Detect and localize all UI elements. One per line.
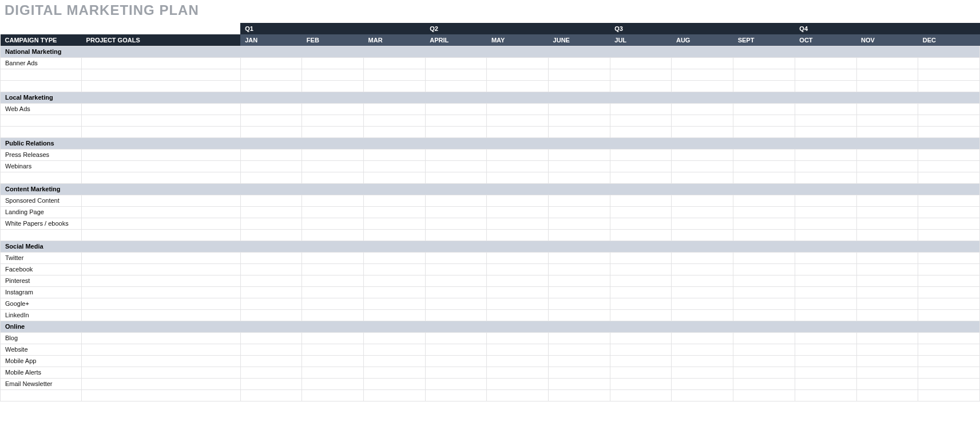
month-cell[interactable] bbox=[795, 218, 856, 229]
month-cell[interactable] bbox=[364, 195, 426, 206]
month-cell[interactable] bbox=[856, 309, 918, 321]
project-goals-cell[interactable] bbox=[82, 355, 241, 367]
month-cell[interactable] bbox=[856, 332, 918, 344]
month-cell[interactable] bbox=[549, 286, 610, 298]
month-cell[interactable] bbox=[918, 263, 980, 275]
project-goals-cell[interactable] bbox=[82, 275, 241, 286]
month-cell[interactable] bbox=[856, 263, 918, 275]
month-cell[interactable] bbox=[364, 218, 426, 229]
campaign-type-cell[interactable]: Webinars bbox=[1, 160, 82, 172]
month-cell[interactable] bbox=[795, 344, 856, 355]
month-cell[interactable] bbox=[672, 229, 733, 241]
month-cell[interactable] bbox=[302, 172, 364, 183]
month-cell[interactable] bbox=[487, 389, 549, 401]
month-cell[interactable] bbox=[487, 218, 549, 229]
month-cell[interactable] bbox=[918, 115, 980, 126]
month-cell[interactable] bbox=[918, 344, 980, 355]
month-cell[interactable] bbox=[672, 195, 733, 206]
month-cell[interactable] bbox=[672, 309, 733, 321]
month-cell[interactable] bbox=[487, 332, 549, 344]
month-cell[interactable] bbox=[425, 378, 487, 389]
month-cell[interactable] bbox=[856, 367, 918, 378]
month-cell[interactable] bbox=[672, 115, 733, 126]
month-cell[interactable] bbox=[487, 367, 549, 378]
month-cell[interactable] bbox=[795, 252, 856, 263]
month-cell[interactable] bbox=[672, 206, 733, 218]
month-cell[interactable] bbox=[302, 57, 364, 69]
month-cell[interactable] bbox=[856, 229, 918, 241]
month-cell[interactable] bbox=[733, 355, 795, 367]
month-cell[interactable] bbox=[918, 389, 980, 401]
month-cell[interactable] bbox=[795, 229, 856, 241]
month-cell[interactable] bbox=[549, 149, 610, 160]
month-cell[interactable] bbox=[795, 69, 856, 80]
month-cell[interactable] bbox=[672, 263, 733, 275]
month-cell[interactable] bbox=[795, 80, 856, 92]
month-cell[interactable] bbox=[672, 389, 733, 401]
month-cell[interactable] bbox=[487, 378, 549, 389]
month-cell[interactable] bbox=[610, 355, 672, 367]
month-cell[interactable] bbox=[240, 149, 302, 160]
month-cell[interactable] bbox=[610, 57, 672, 69]
project-goals-cell[interactable] bbox=[82, 344, 241, 355]
month-cell[interactable] bbox=[549, 332, 610, 344]
month-cell[interactable] bbox=[795, 126, 856, 137]
month-cell[interactable] bbox=[487, 126, 549, 137]
month-cell[interactable] bbox=[425, 286, 487, 298]
month-cell[interactable] bbox=[733, 195, 795, 206]
month-cell[interactable] bbox=[856, 389, 918, 401]
project-goals-cell[interactable] bbox=[82, 218, 241, 229]
month-cell[interactable] bbox=[549, 229, 610, 241]
month-cell[interactable] bbox=[918, 229, 980, 241]
month-cell[interactable] bbox=[240, 332, 302, 344]
month-cell[interactable] bbox=[918, 286, 980, 298]
month-cell[interactable] bbox=[856, 160, 918, 172]
month-cell[interactable] bbox=[856, 355, 918, 367]
month-cell[interactable] bbox=[733, 206, 795, 218]
project-goals-cell[interactable] bbox=[82, 80, 241, 92]
month-cell[interactable] bbox=[240, 252, 302, 263]
month-cell[interactable] bbox=[795, 298, 856, 309]
month-cell[interactable] bbox=[672, 378, 733, 389]
month-cell[interactable] bbox=[549, 309, 610, 321]
month-cell[interactable] bbox=[549, 298, 610, 309]
month-cell[interactable] bbox=[240, 206, 302, 218]
month-cell[interactable] bbox=[856, 69, 918, 80]
month-cell[interactable] bbox=[856, 103, 918, 115]
month-cell[interactable] bbox=[610, 332, 672, 344]
campaign-type-cell[interactable]: Pinterest bbox=[1, 275, 82, 286]
month-cell[interactable] bbox=[240, 172, 302, 183]
month-cell[interactable] bbox=[672, 355, 733, 367]
project-goals-cell[interactable] bbox=[82, 126, 241, 137]
month-cell[interactable] bbox=[549, 275, 610, 286]
month-cell[interactable] bbox=[795, 286, 856, 298]
campaign-type-cell[interactable]: Twitter bbox=[1, 252, 82, 263]
month-cell[interactable] bbox=[364, 126, 426, 137]
month-cell[interactable] bbox=[856, 172, 918, 183]
month-cell[interactable] bbox=[487, 195, 549, 206]
month-cell[interactable] bbox=[240, 389, 302, 401]
month-cell[interactable] bbox=[918, 69, 980, 80]
month-cell[interactable] bbox=[302, 344, 364, 355]
campaign-type-cell[interactable]: Mobile App bbox=[1, 355, 82, 367]
month-cell[interactable] bbox=[302, 206, 364, 218]
month-cell[interactable] bbox=[856, 298, 918, 309]
month-cell[interactable] bbox=[918, 80, 980, 92]
month-cell[interactable] bbox=[733, 367, 795, 378]
month-cell[interactable] bbox=[733, 229, 795, 241]
month-cell[interactable] bbox=[549, 80, 610, 92]
project-goals-cell[interactable] bbox=[82, 286, 241, 298]
month-cell[interactable] bbox=[549, 378, 610, 389]
month-cell[interactable] bbox=[733, 344, 795, 355]
month-cell[interactable] bbox=[795, 275, 856, 286]
month-cell[interactable] bbox=[549, 172, 610, 183]
project-goals-cell[interactable] bbox=[82, 389, 241, 401]
campaign-type-cell[interactable]: Facebook bbox=[1, 263, 82, 275]
month-cell[interactable] bbox=[302, 69, 364, 80]
month-cell[interactable] bbox=[549, 355, 610, 367]
month-cell[interactable] bbox=[733, 263, 795, 275]
campaign-type-cell[interactable]: Press Releases bbox=[1, 149, 82, 160]
month-cell[interactable] bbox=[364, 149, 426, 160]
month-cell[interactable] bbox=[672, 298, 733, 309]
month-cell[interactable] bbox=[856, 206, 918, 218]
